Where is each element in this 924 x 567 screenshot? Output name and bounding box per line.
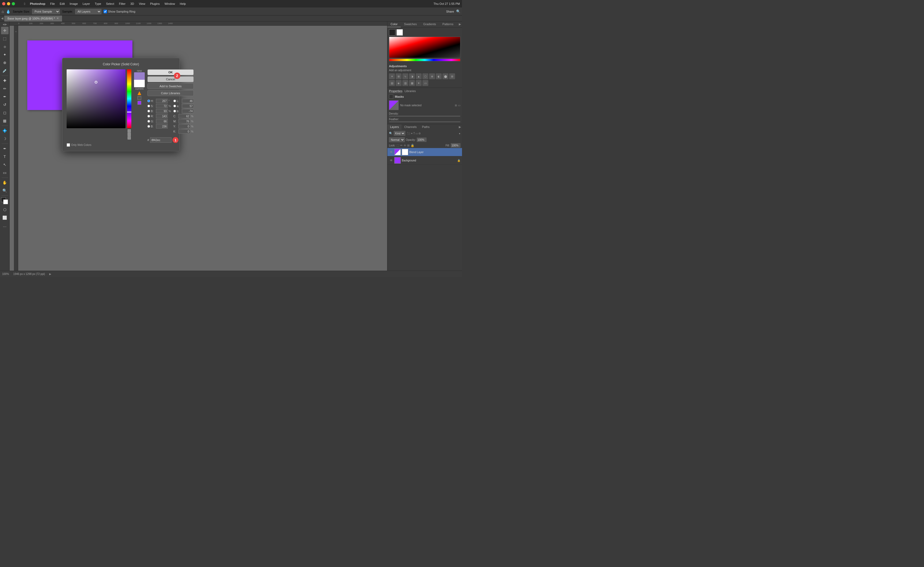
sample-size-select[interactable]: Point Sample 3 by 3 Average: [32, 9, 60, 14]
move-tool[interactable]: ✛: [1, 27, 9, 34]
levels-icon[interactable]: ⊞: [396, 73, 402, 79]
filter-type-icon[interactable]: T: [413, 132, 415, 135]
lock-all-icon[interactable]: 🔒: [411, 144, 414, 147]
green-input[interactable]: [156, 119, 168, 123]
3d-menu[interactable]: 3D: [128, 2, 136, 6]
fill-input[interactable]: [451, 143, 460, 147]
gradient-map-icon[interactable]: ▭: [422, 80, 428, 86]
red-radio[interactable]: [147, 115, 150, 117]
hue-saturation-icon[interactable]: ⬡: [422, 73, 428, 79]
ok-button[interactable]: OK: [147, 69, 194, 75]
show-sampling-ring-label[interactable]: Show Sampling Ring: [104, 9, 135, 14]
vibrance-icon[interactable]: ▲: [416, 73, 422, 79]
lock-position-icon[interactable]: ✛: [404, 144, 406, 147]
k-input[interactable]: [178, 129, 190, 134]
tab-close-icon[interactable]: ✕: [57, 17, 59, 20]
color-balance-icon[interactable]: ⊕: [429, 73, 435, 79]
filter-smart-icon[interactable]: ⚙: [418, 132, 421, 135]
y-input[interactable]: [178, 124, 190, 128]
color-gradient-display[interactable]: [389, 37, 460, 58]
search-icon[interactable]: 🔍: [456, 9, 460, 14]
opacity-input[interactable]: [417, 138, 426, 142]
background-swatch[interactable]: [396, 29, 403, 36]
small-control-3[interactable]: [128, 136, 131, 140]
blend-mode-select[interactable]: Normal: [389, 137, 405, 142]
dodge-tool[interactable]: ☽: [1, 135, 9, 143]
pen-tool[interactable]: ✒: [1, 145, 9, 152]
c-input[interactable]: [178, 114, 190, 118]
invert-icon[interactable]: ◈: [396, 80, 402, 86]
tab-layers[interactable]: Layers: [387, 124, 402, 130]
photo-filter-icon[interactable]: ⬤: [442, 73, 448, 79]
panel-expand-icon[interactable]: ▶: [458, 21, 462, 27]
toolbar-collapse-left[interactable]: ◀: [3, 23, 4, 26]
document-tab[interactable]: Base layer.jpeg @ 100% (RGB/8#) * ✕: [4, 15, 62, 21]
color-libraries-button[interactable]: Color Libraries: [147, 90, 194, 96]
posterize-icon[interactable]: ▥: [402, 80, 408, 86]
l-input[interactable]: [182, 99, 194, 103]
tab-paths[interactable]: Paths: [420, 124, 432, 130]
filter-menu[interactable]: Filter: [117, 2, 128, 6]
tab-libraries[interactable]: Libraries: [405, 89, 416, 93]
color-field[interactable]: [67, 69, 126, 128]
lock-artboard-icon[interactable]: ⊞: [407, 144, 410, 147]
saturation-radio[interactable]: [147, 105, 150, 107]
layer-menu[interactable]: Layer: [81, 2, 92, 6]
color-lookup-icon[interactable]: ▤: [389, 80, 395, 86]
feather-slider[interactable]: [389, 121, 460, 122]
eyedropper-icon[interactable]: 💧: [6, 9, 10, 14]
green-radio[interactable]: [147, 120, 150, 123]
close-button[interactable]: [2, 2, 5, 5]
small-control-1[interactable]: [128, 129, 131, 132]
filter-pixel-icon[interactable]: ⬛: [407, 132, 410, 135]
blur-tool[interactable]: 💠: [1, 127, 9, 134]
saturation-input[interactable]: [156, 104, 168, 108]
lasso-tool[interactable]: ⌾: [1, 43, 9, 50]
quick-mask-tool[interactable]: ⬡: [1, 206, 9, 214]
brightness-contrast-icon[interactable]: ☀: [389, 73, 395, 79]
tab-color[interactable]: Color: [387, 21, 401, 27]
tab-patterns[interactable]: Patterns: [439, 21, 457, 27]
mask-btn-2[interactable]: ▭: [458, 104, 460, 107]
canvas-viewport[interactable]: 0 Color Picker (Solid Color): [14, 26, 387, 271]
eyedropper-tool[interactable]: 💉: [1, 67, 9, 74]
maximize-button[interactable]: [12, 2, 15, 5]
file-menu[interactable]: File: [48, 2, 57, 6]
small-control-2[interactable]: [128, 133, 131, 136]
add-to-swatches-button[interactable]: Add to Swatches: [147, 83, 194, 89]
l-radio[interactable]: [173, 99, 176, 102]
select-menu[interactable]: Select: [104, 2, 116, 6]
apple-menu[interactable]: : [22, 2, 27, 6]
mask-btn-1[interactable]: ⊞: [455, 104, 457, 107]
type-tool[interactable]: T: [1, 153, 9, 160]
show-sampling-ring-checkbox[interactable]: [104, 9, 107, 14]
hex-input[interactable]: [150, 137, 171, 143]
more-tools[interactable]: …: [1, 222, 9, 229]
info-expand-icon[interactable]: ▶: [49, 272, 51, 275]
path-selection-tool[interactable]: ↖: [1, 161, 9, 168]
red-input[interactable]: [156, 114, 168, 118]
a-radio[interactable]: [173, 105, 176, 107]
marquee-tool[interactable]: ⬚: [1, 35, 9, 42]
crop-tool[interactable]: ⊕: [1, 59, 9, 66]
image-menu[interactable]: Image: [68, 2, 80, 6]
only-web-colors-checkbox[interactable]: [67, 143, 70, 147]
background-color[interactable]: [3, 199, 8, 204]
tab-properties[interactable]: Properties: [389, 89, 402, 93]
edit-menu[interactable]: Edit: [57, 2, 67, 6]
b-input[interactable]: [182, 109, 194, 113]
selective-color-icon[interactable]: ✦: [416, 80, 422, 86]
m-input[interactable]: [178, 119, 190, 123]
search-icon[interactable]: 🔍: [389, 132, 393, 135]
minimize-button[interactable]: [7, 2, 10, 5]
foreground-swatch[interactable]: [389, 29, 395, 36]
sample-value-select[interactable]: All Layers Current Layer: [75, 9, 101, 14]
hand-tool[interactable]: ✋: [1, 179, 9, 186]
type-menu[interactable]: Type: [93, 2, 103, 6]
masks-icon[interactable]: [389, 95, 393, 99]
hue-strip[interactable]: [127, 69, 131, 128]
history-brush-tool[interactable]: ↺: [1, 101, 9, 108]
a-input[interactable]: [182, 104, 194, 108]
home-icon[interactable]: ⌂: [2, 9, 4, 14]
exposure-icon[interactable]: ◑: [409, 73, 415, 79]
